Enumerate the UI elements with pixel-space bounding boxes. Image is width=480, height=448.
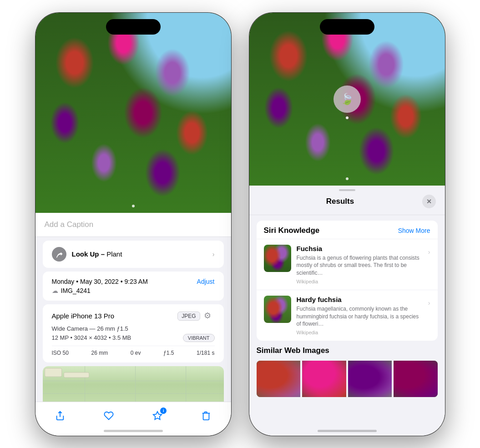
close-button[interactable]: ✕	[422, 195, 436, 208]
drag-handle	[339, 189, 355, 191]
left-screen: Add a Caption Look Up – Plant › Monday	[35, 13, 231, 436]
hardy-description: Fuchsia magellanica, commonly known as t…	[297, 305, 423, 328]
lookup-label: Look Up – Plant	[72, 250, 122, 258]
date-section: Monday • May 30, 2022 • 9:23 AM Adjust ☁…	[43, 272, 224, 301]
format-badge: JPEG	[177, 312, 200, 321]
info-button[interactable]: i	[151, 409, 164, 422]
siri-lookup-button[interactable]: 🍃	[333, 86, 361, 113]
lookup-chevron-icon: ›	[212, 251, 215, 258]
heart-icon	[104, 411, 114, 421]
cloud-icon: ☁	[52, 287, 58, 294]
device-name: Apple iPhone 13 Pro	[52, 312, 115, 320]
share-icon	[55, 411, 65, 421]
exif-aperture: ƒ1.5	[163, 350, 174, 356]
trash-icon	[201, 411, 211, 421]
knowledge-section-header: Siri Knowledge Show More	[257, 221, 438, 239]
similar-images-section: Similar Web Images	[249, 346, 445, 403]
camera-detail: Wide Camera — 26 mm ƒ1.5	[52, 325, 215, 332]
date-text: Monday • May 30, 2022 • 9:23 AM	[52, 278, 148, 285]
photo-area[interactable]	[35, 13, 231, 213]
fuchsia-chevron-icon: ›	[428, 248, 430, 256]
fuchsia-description: Fuchsia is a genus of flowering plants t…	[297, 254, 423, 277]
vibrant-badge: VIBRANT	[183, 334, 215, 342]
fuchsia-content: Fuchsia Fuchsia is a genus of flowering …	[297, 245, 423, 284]
left-phone: Add a Caption Look Up – Plant › Monday	[35, 13, 231, 436]
svg-rect-6	[64, 372, 89, 377]
fuchsia-name: Fuchsia	[297, 245, 423, 252]
siri-leaf-icon: 🍃	[340, 93, 354, 106]
right-screen: 🍃 Results ✕ Siri Knowledge Show More	[249, 13, 445, 436]
share-button[interactable]	[54, 409, 66, 422]
map-area[interactable]	[43, 366, 224, 402]
hardy-name: Hardy fuchsia	[297, 296, 423, 303]
location-row: ☁ IMG_4241	[52, 287, 215, 294]
similar-image-4[interactable]	[394, 361, 438, 397]
right-photo-area[interactable]: 🍃	[249, 13, 445, 186]
page-indicator	[132, 205, 135, 207]
exif-focal: 26 mm	[91, 350, 108, 356]
device-section: Apple iPhone 13 Pro JPEG ⚙ Wide Camera —…	[43, 304, 224, 362]
right-page-indicator	[346, 177, 349, 180]
device-badges: JPEG ⚙	[177, 311, 214, 322]
siri-knowledge-section: Siri Knowledge Show More Fuchsia Fuchsia…	[257, 221, 438, 341]
show-more-button[interactable]: Show More	[398, 227, 430, 234]
fuchsia-source: Wikipedia	[297, 279, 423, 284]
results-header: Results ✕	[249, 186, 445, 215]
lookup-row[interactable]: Look Up – Plant ›	[43, 241, 224, 268]
leaf-icon	[55, 250, 63, 258]
hardy-chevron-icon: ›	[428, 299, 430, 307]
similar-image-3[interactable]	[348, 361, 392, 397]
map-svg	[43, 366, 224, 402]
trash-button[interactable]	[200, 409, 212, 422]
knowledge-item-hardy-fuchsia[interactable]: Hardy fuchsia Fuchsia magellanica, commo…	[257, 290, 438, 341]
similar-section-title: Similar Web Images	[257, 346, 438, 355]
settings-icon[interactable]: ⚙	[204, 311, 215, 322]
info-badge: i	[160, 408, 167, 414]
similar-images-grid	[257, 361, 438, 397]
adjust-button[interactable]: Adjust	[197, 278, 215, 285]
svg-rect-5	[45, 368, 61, 377]
knowledge-item-fuchsia[interactable]: Fuchsia Fuchsia is a genus of flowering …	[257, 239, 438, 290]
home-indicator	[104, 430, 163, 432]
caption-area[interactable]: Add a Caption	[35, 213, 231, 237]
info-section: Add a Caption Look Up – Plant › Monday	[35, 213, 231, 402]
home-indicator-right	[318, 430, 377, 432]
date-row: Monday • May 30, 2022 • 9:23 AM Adjust	[52, 278, 215, 285]
hardy-source: Wikipedia	[297, 330, 423, 335]
flower-image	[35, 13, 231, 213]
similar-image-2[interactable]	[302, 361, 346, 397]
siri-dot	[346, 116, 349, 119]
device-header: Apple iPhone 13 Pro JPEG ⚙	[52, 311, 215, 322]
specs-text: 12 MP • 3024 × 4032 • 3.5 MB	[52, 334, 131, 341]
filename: IMG_4241	[61, 287, 91, 294]
fuchsia-thumbnail	[264, 245, 291, 272]
right-phone: 🍃 Results ✕ Siri Knowledge Show More	[249, 13, 445, 436]
lookup-icon	[52, 247, 66, 262]
knowledge-section-title: Siri Knowledge	[264, 226, 320, 235]
results-title: Results	[258, 197, 422, 206]
similar-image-1[interactable]	[257, 361, 301, 397]
exif-iso: ISO 50	[52, 350, 69, 356]
dynamic-island	[106, 19, 161, 35]
hardy-content: Hardy fuchsia Fuchsia magellanica, commo…	[297, 296, 423, 335]
heart-button[interactable]	[102, 409, 115, 422]
hardy-thumbnail	[264, 296, 291, 323]
dynamic-island-right	[320, 19, 374, 35]
exif-shutter: 1/181 s	[197, 350, 214, 356]
results-panel: Results ✕ Siri Knowledge Show More Fuchs…	[249, 186, 445, 436]
specs-row: 12 MP • 3024 × 4032 • 3.5 MB VIBRANT	[52, 334, 215, 342]
exif-row: ISO 50 26 mm 0 ev ƒ1.5 1/181 s	[52, 346, 215, 356]
caption-placeholder[interactable]: Add a Caption	[45, 220, 94, 229]
exif-ev: 0 ev	[131, 350, 141, 356]
